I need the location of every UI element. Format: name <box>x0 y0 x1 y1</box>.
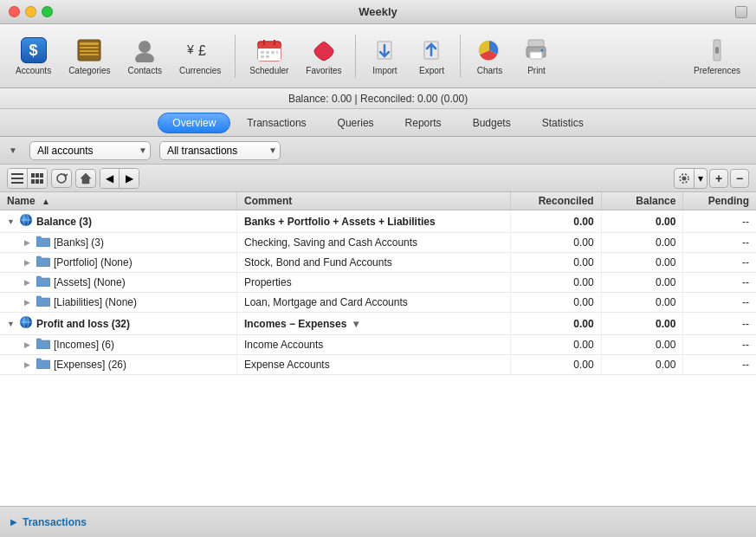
svg-rect-32 <box>11 173 23 175</box>
table-row[interactable]: ▼Balance (3)Banks + Portfolio + Assets +… <box>0 210 756 233</box>
tab-queries[interactable]: Queries <box>323 113 389 133</box>
close-button[interactable] <box>9 6 20 17</box>
svg-text:£: £ <box>198 43 206 58</box>
row-comment: Expense Accounts <box>236 355 510 375</box>
folder-icon <box>36 358 50 372</box>
svg-rect-33 <box>11 178 23 179</box>
svg-rect-4 <box>80 54 99 55</box>
currencies-toolbar-button[interactable]: ¥ £ Currencies <box>172 33 228 79</box>
forward-button[interactable]: ▶ <box>120 169 139 188</box>
col-header-name[interactable]: Name ▲ <box>0 192 236 210</box>
print-icon <box>522 36 550 64</box>
folder-icon <box>36 338 50 352</box>
table-row[interactable]: ▶[Incomes] (6)Income Accounts0.000.00-- <box>0 335 756 355</box>
maximize-button[interactable] <box>42 6 53 17</box>
row-pending: -- <box>683 313 756 335</box>
contacts-toolbar-button[interactable]: Contacts <box>121 33 169 79</box>
export-icon <box>417 36 445 64</box>
resize-icon[interactable] <box>735 6 747 18</box>
back-button[interactable]: ◀ <box>100 169 120 188</box>
detail-view-button[interactable] <box>28 169 47 188</box>
row-comment: Loan, Mortgage and Card Accounts <box>236 293 510 313</box>
accounts-table: Name ▲ Comment Reconciled Balance Pendin… <box>0 192 756 506</box>
print-toolbar-button[interactable]: Print <box>514 33 558 79</box>
col-header-balance[interactable]: Balance <box>601 192 683 210</box>
svg-point-6 <box>135 53 154 62</box>
account-filter-select[interactable]: All accounts Balance Profit and loss <box>29 141 151 160</box>
gear-dropdown-arrow[interactable]: ▾ <box>695 169 707 188</box>
scheduler-toolbar-button[interactable]: Scheduler <box>242 33 295 79</box>
scheduler-icon <box>255 36 283 64</box>
col-header-comment[interactable]: Comment <box>236 192 510 210</box>
row-pending: -- <box>683 253 756 273</box>
expand-arrow-icon[interactable]: ▼ <box>7 320 16 328</box>
accounts-toolbar-label: Accounts <box>16 66 51 75</box>
refresh-button[interactable] <box>51 169 72 188</box>
charts-toolbar-button[interactable]: Charts <box>468 33 511 79</box>
filter-dropdown-triangle: ▼ <box>9 146 17 155</box>
filter-bar: ▼ All accounts Balance Profit and loss ▼… <box>0 137 756 165</box>
transaction-filter-select[interactable]: All transactions Today This week This mo… <box>159 141 281 160</box>
expand-arrow-icon[interactable]: ▶ <box>24 360 33 369</box>
row-balance: 0.00 <box>601 233 683 253</box>
table-row[interactable]: ▼Profit and loss (32)Incomes − Expenses … <box>0 313 756 335</box>
tab-transactions[interactable]: Transactions <box>232 113 320 133</box>
add-button[interactable]: + <box>709 169 728 188</box>
row-pending: -- <box>683 293 756 313</box>
tab-budgets[interactable]: Budgets <box>458 113 526 133</box>
home-button[interactable] <box>75 169 96 188</box>
svg-point-41 <box>682 176 687 180</box>
table-row[interactable]: ▶[Liabilities] (None)Loan, Mortgage and … <box>0 293 756 313</box>
toolbar-separator-3 <box>460 35 461 78</box>
toolbar-items: $ Accounts Categories <box>9 33 687 79</box>
row-balance: 0.00 <box>601 273 683 293</box>
tab-overview[interactable]: Overview <box>158 113 230 133</box>
expand-arrow-icon[interactable]: ▶ <box>24 340 33 349</box>
import-toolbar-button[interactable]: Import <box>363 33 406 79</box>
remove-button[interactable]: − <box>730 169 749 188</box>
accounts-toolbar-button[interactable]: $ Accounts <box>9 33 58 79</box>
toolbar-separator-1 <box>235 35 236 78</box>
gear-icon-part[interactable] <box>675 169 694 188</box>
tabs-bar: Overview Transactions Queries Reports Bu… <box>0 109 756 137</box>
svg-rect-39 <box>36 179 39 184</box>
contacts-icon <box>131 36 158 64</box>
row-name-text: Balance (3) <box>36 216 92 228</box>
table-row[interactable]: ▶[Expenses] (26)Expense Accounts0.000.00… <box>0 355 756 375</box>
minimize-button[interactable] <box>25 6 36 17</box>
svg-rect-40 <box>40 179 43 184</box>
expand-arrow-icon[interactable]: ▶ <box>24 298 33 307</box>
tab-statistics[interactable]: Statistics <box>527 113 598 133</box>
gear-button[interactable]: ▾ <box>674 168 708 189</box>
preferences-toolbar-label: Preferences <box>694 66 740 75</box>
svg-rect-12 <box>258 49 281 61</box>
expand-arrow-icon[interactable]: ▶ <box>24 258 33 267</box>
account-filter-wrap[interactable]: All accounts Balance Profit and loss ▼ <box>29 141 151 160</box>
expand-arrow-icon[interactable]: ▶ <box>24 238 33 247</box>
export-toolbar-button[interactable]: Export <box>410 33 453 79</box>
table-row[interactable]: ▶[Banks] (3)Checking, Saving and Cash Ac… <box>0 233 756 253</box>
svg-rect-35 <box>31 173 35 178</box>
col-header-reconciled[interactable]: Reconciled <box>510 192 601 210</box>
row-balance: 0.00 <box>601 253 683 273</box>
preferences-toolbar-button[interactable]: Preferences <box>687 33 747 79</box>
transaction-filter-wrap[interactable]: All transactions Today This week This mo… <box>159 141 281 160</box>
svg-rect-11 <box>258 45 281 49</box>
row-comment: Incomes − Expenses ▾ <box>236 313 510 335</box>
table-row[interactable]: ▶[Portfolio] (None)Stock, Bond and Fund … <box>0 253 756 273</box>
favorites-toolbar-button[interactable]: Favorites <box>299 33 348 79</box>
table-row[interactable]: ▶[Assets] (None)Properties0.000.00-- <box>0 273 756 293</box>
folder-icon <box>36 275 50 289</box>
col-header-pending[interactable]: Pending <box>683 192 756 210</box>
tab-reports[interactable]: Reports <box>391 113 456 133</box>
svg-rect-1 <box>80 42 99 45</box>
expand-arrow-icon[interactable]: ▼ <box>7 217 16 226</box>
row-comment: Properties <box>236 273 510 293</box>
expand-arrow-icon[interactable]: ▶ <box>24 278 33 287</box>
row-pending: -- <box>683 335 756 355</box>
scheduler-toolbar-label: Scheduler <box>249 66 288 75</box>
transactions-expand-button[interactable]: ▶ Transactions <box>10 516 87 528</box>
categories-toolbar-button[interactable]: Categories <box>61 33 117 79</box>
list-view-button[interactable] <box>8 169 28 188</box>
window-controls[interactable] <box>9 6 53 17</box>
